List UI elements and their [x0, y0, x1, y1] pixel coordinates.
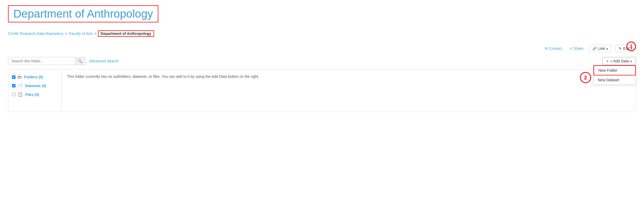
add-data-button[interactable]: + + Add Data	[602, 57, 636, 65]
breadcrumb: CUHK Research Data Repository > Faculty …	[8, 30, 636, 37]
share-icon	[569, 46, 572, 51]
folders-link[interactable]: Folders (0)	[24, 75, 43, 79]
breadcrumb-current: Department of Anthropology	[98, 30, 154, 37]
envelope-icon	[545, 46, 548, 51]
folder-icon: 🗁	[18, 75, 22, 79]
search-button[interactable]: 🔍	[75, 58, 85, 65]
new-folder-item[interactable]: New Folder	[594, 65, 636, 75]
link-button[interactable]: Link	[589, 45, 611, 52]
page-title: Department of Anthropology	[13, 7, 153, 20]
add-data-dropdown: New Folder New Dataset	[593, 65, 636, 85]
add-data-caret-icon	[630, 59, 632, 63]
content-area: 🗁 Folders (0) 📄 Datasets (0) 📋 Files (0)…	[8, 69, 636, 112]
dataset-icon: 📄	[18, 83, 23, 88]
advanced-search-link[interactable]: Advanced Search	[89, 59, 119, 63]
annotation-circle-1: 1	[626, 42, 636, 51]
add-data-wrap: + + Add Data New Folder New Dataset 2	[602, 57, 636, 65]
link-caret-icon	[606, 46, 608, 51]
page-title-box: Department of Anthropology	[8, 5, 158, 22]
annotation-circle-2: 2	[580, 72, 591, 83]
search-row: 🔍 Advanced Search + + Add Data New Folde…	[8, 57, 636, 65]
contact-button[interactable]: Contact	[543, 45, 564, 52]
plus-icon: +	[606, 59, 608, 63]
files-checkbox[interactable]	[12, 93, 15, 96]
breadcrumb-sep-2: >	[94, 31, 96, 36]
breadcrumb-home[interactable]: CUHK Research Data Repository	[8, 31, 64, 36]
breadcrumb-faculty[interactable]: Faculty of Arts	[69, 31, 93, 36]
empty-message: This folder currently has no subfolders,…	[67, 74, 259, 79]
toolbar-row: Contact Share Link Edit 1	[8, 45, 636, 52]
datasets-checkbox[interactable]	[12, 84, 15, 87]
search-input-wrap: 🔍	[8, 57, 85, 65]
share-button[interactable]: Share	[567, 45, 585, 52]
sidebar-item-files: 📋 Files (0)	[8, 90, 61, 99]
search-input[interactable]	[8, 57, 75, 65]
file-icon: 📋	[18, 92, 23, 97]
main-content-area: This folder currently has no subfolders,…	[62, 70, 636, 112]
edit-icon	[619, 46, 622, 51]
sidebar-list: 🗁 Folders (0) 📄 Datasets (0) 📋 Files (0)	[8, 70, 62, 112]
new-dataset-item[interactable]: New Dataset	[594, 75, 636, 84]
search-left: 🔍 Advanced Search	[8, 57, 119, 65]
folders-checkbox[interactable]	[12, 75, 15, 79]
files-link[interactable]: Files (0)	[25, 92, 39, 97]
sidebar-item-datasets: 📄 Datasets (0)	[8, 81, 61, 90]
search-icon: 🔍	[78, 59, 83, 63]
breadcrumb-sep-1: >	[65, 31, 67, 36]
link-icon	[592, 46, 597, 51]
datasets-link[interactable]: Datasets (0)	[25, 84, 46, 88]
sidebar-item-folders: 🗁 Folders (0)	[8, 73, 61, 81]
